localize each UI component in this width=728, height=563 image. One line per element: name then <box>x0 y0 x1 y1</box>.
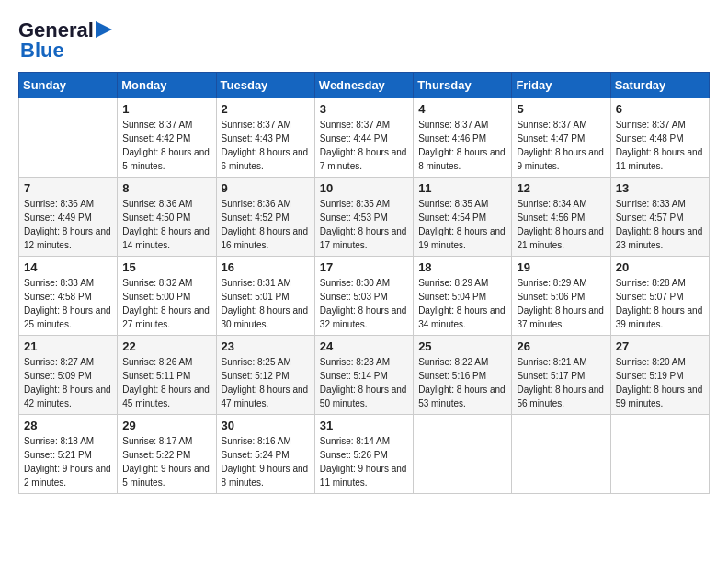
day-cell: 1Sunrise: 8:37 AMSunset: 4:42 PMDaylight… <box>118 98 216 178</box>
day-number: 23 <box>222 339 310 353</box>
day-info: Sunrise: 8:16 AMSunset: 5:24 PMDaylight:… <box>222 434 310 489</box>
day-info: Sunrise: 8:36 AMSunset: 4:50 PMDaylight:… <box>122 197 210 252</box>
logo-blue: Blue <box>20 39 64 63</box>
day-info: Sunrise: 8:23 AMSunset: 5:14 PMDaylight:… <box>320 355 408 410</box>
day-info: Sunrise: 8:30 AMSunset: 5:03 PMDaylight:… <box>320 276 408 331</box>
day-info: Sunrise: 8:37 AMSunset: 4:47 PMDaylight:… <box>517 118 605 173</box>
day-cell: 11Sunrise: 8:35 AMSunset: 4:54 PMDayligh… <box>414 178 512 257</box>
day-cell: 19Sunrise: 8:29 AMSunset: 5:06 PMDayligh… <box>512 257 610 336</box>
week-row-5: 28Sunrise: 8:18 AMSunset: 5:21 PMDayligh… <box>19 415 710 494</box>
day-info: Sunrise: 8:29 AMSunset: 5:06 PMDaylight:… <box>517 276 605 331</box>
day-number: 30 <box>222 419 310 432</box>
day-number: 5 <box>517 102 605 116</box>
day-cell: 26Sunrise: 8:21 AMSunset: 5:17 PMDayligh… <box>512 336 610 415</box>
day-cell <box>414 415 512 494</box>
weekday-friday: Friday <box>512 73 610 98</box>
day-cell: 29Sunrise: 8:17 AMSunset: 5:22 PMDayligh… <box>118 415 216 494</box>
day-cell: 25Sunrise: 8:22 AMSunset: 5:16 PMDayligh… <box>414 336 512 415</box>
weekday-wednesday: Wednesday <box>314 73 413 98</box>
day-cell: 28Sunrise: 8:18 AMSunset: 5:21 PMDayligh… <box>19 415 118 494</box>
day-cell: 14Sunrise: 8:33 AMSunset: 4:58 PMDayligh… <box>19 257 118 336</box>
day-number: 2 <box>222 102 310 116</box>
week-row-4: 21Sunrise: 8:27 AMSunset: 5:09 PMDayligh… <box>19 336 710 415</box>
week-row-3: 14Sunrise: 8:33 AMSunset: 4:58 PMDayligh… <box>19 257 710 336</box>
day-info: Sunrise: 8:35 AMSunset: 4:54 PMDaylight:… <box>418 197 506 252</box>
day-number: 1 <box>122 102 210 116</box>
day-number: 4 <box>418 102 506 116</box>
day-info: Sunrise: 8:31 AMSunset: 5:01 PMDaylight:… <box>222 276 310 331</box>
day-info: Sunrise: 8:14 AMSunset: 5:26 PMDaylight:… <box>320 434 408 489</box>
logo-arrow-icon <box>96 19 116 40</box>
day-cell: 5Sunrise: 8:37 AMSunset: 4:47 PMDaylight… <box>512 98 610 178</box>
day-cell: 3Sunrise: 8:37 AMSunset: 4:44 PMDaylight… <box>314 98 413 178</box>
weekday-header-row: SundayMondayTuesdayWednesdayThursdayFrid… <box>19 73 710 98</box>
day-cell: 17Sunrise: 8:30 AMSunset: 5:03 PMDayligh… <box>314 257 413 336</box>
day-cell: 21Sunrise: 8:27 AMSunset: 5:09 PMDayligh… <box>19 336 118 415</box>
day-info: Sunrise: 8:35 AMSunset: 4:53 PMDaylight:… <box>320 197 408 252</box>
day-cell: 18Sunrise: 8:29 AMSunset: 5:04 PMDayligh… <box>414 257 512 336</box>
day-info: Sunrise: 8:33 AMSunset: 4:58 PMDaylight:… <box>24 276 112 331</box>
day-info: Sunrise: 8:36 AMSunset: 4:52 PMDaylight:… <box>222 197 310 252</box>
logo: General Blue <box>18 18 116 63</box>
day-number: 17 <box>320 260 408 274</box>
day-info: Sunrise: 8:18 AMSunset: 5:21 PMDaylight:… <box>24 434 112 489</box>
day-info: Sunrise: 8:26 AMSunset: 5:11 PMDaylight:… <box>122 355 210 410</box>
day-number: 3 <box>320 102 408 116</box>
day-info: Sunrise: 8:21 AMSunset: 5:17 PMDaylight:… <box>517 355 605 410</box>
day-info: Sunrise: 8:36 AMSunset: 4:49 PMDaylight:… <box>24 197 112 252</box>
day-info: Sunrise: 8:37 AMSunset: 4:44 PMDaylight:… <box>320 118 408 173</box>
weekday-tuesday: Tuesday <box>216 73 314 98</box>
day-number: 21 <box>24 339 112 353</box>
day-number: 15 <box>122 260 210 274</box>
day-number: 9 <box>222 181 310 195</box>
day-number: 11 <box>418 181 506 195</box>
week-row-2: 7Sunrise: 8:36 AMSunset: 4:49 PMDaylight… <box>19 178 710 257</box>
day-number: 12 <box>517 181 605 195</box>
day-info: Sunrise: 8:17 AMSunset: 5:22 PMDaylight:… <box>122 434 210 489</box>
day-cell: 27Sunrise: 8:20 AMSunset: 5:19 PMDayligh… <box>610 336 709 415</box>
day-info: Sunrise: 8:33 AMSunset: 4:57 PMDaylight:… <box>616 197 704 252</box>
day-info: Sunrise: 8:37 AMSunset: 4:42 PMDaylight:… <box>122 118 210 173</box>
day-cell: 20Sunrise: 8:28 AMSunset: 5:07 PMDayligh… <box>610 257 709 336</box>
day-cell: 7Sunrise: 8:36 AMSunset: 4:49 PMDaylight… <box>19 178 118 257</box>
day-info: Sunrise: 8:37 AMSunset: 4:46 PMDaylight:… <box>418 118 506 173</box>
day-number: 13 <box>616 181 704 195</box>
day-number: 27 <box>616 339 704 353</box>
week-row-1: 1Sunrise: 8:37 AMSunset: 4:42 PMDaylight… <box>19 98 710 178</box>
day-cell: 2Sunrise: 8:37 AMSunset: 4:43 PMDaylight… <box>216 98 314 178</box>
day-info: Sunrise: 8:20 AMSunset: 5:19 PMDaylight:… <box>616 355 704 410</box>
day-number: 22 <box>122 339 210 353</box>
weekday-monday: Monday <box>118 73 216 98</box>
day-cell: 16Sunrise: 8:31 AMSunset: 5:01 PMDayligh… <box>216 257 314 336</box>
day-cell: 30Sunrise: 8:16 AMSunset: 5:24 PMDayligh… <box>216 415 314 494</box>
day-cell: 31Sunrise: 8:14 AMSunset: 5:26 PMDayligh… <box>314 415 413 494</box>
day-cell: 9Sunrise: 8:36 AMSunset: 4:52 PMDaylight… <box>216 178 314 257</box>
day-info: Sunrise: 8:37 AMSunset: 4:43 PMDaylight:… <box>222 118 310 173</box>
day-info: Sunrise: 8:27 AMSunset: 5:09 PMDaylight:… <box>24 355 112 410</box>
day-cell: 13Sunrise: 8:33 AMSunset: 4:57 PMDayligh… <box>610 178 709 257</box>
day-info: Sunrise: 8:37 AMSunset: 4:48 PMDaylight:… <box>616 118 704 173</box>
day-cell: 12Sunrise: 8:34 AMSunset: 4:56 PMDayligh… <box>512 178 610 257</box>
day-number: 14 <box>24 260 112 274</box>
svg-marker-0 <box>96 21 112 38</box>
day-cell: 8Sunrise: 8:36 AMSunset: 4:50 PMDaylight… <box>118 178 216 257</box>
day-info: Sunrise: 8:34 AMSunset: 4:56 PMDaylight:… <box>517 197 605 252</box>
day-number: 28 <box>24 419 112 432</box>
day-cell: 24Sunrise: 8:23 AMSunset: 5:14 PMDayligh… <box>314 336 413 415</box>
day-number: 24 <box>320 339 408 353</box>
day-number: 18 <box>418 260 506 274</box>
day-cell <box>512 415 610 494</box>
weekday-thursday: Thursday <box>414 73 512 98</box>
day-cell: 22Sunrise: 8:26 AMSunset: 5:11 PMDayligh… <box>118 336 216 415</box>
calendar-table: SundayMondayTuesdayWednesdayThursdayFrid… <box>18 72 710 494</box>
day-cell <box>610 415 709 494</box>
weekday-saturday: Saturday <box>610 73 709 98</box>
day-cell: 23Sunrise: 8:25 AMSunset: 5:12 PMDayligh… <box>216 336 314 415</box>
page-header: General Blue <box>18 18 710 63</box>
day-info: Sunrise: 8:25 AMSunset: 5:12 PMDaylight:… <box>222 355 310 410</box>
day-number: 8 <box>122 181 210 195</box>
day-number: 29 <box>122 419 210 432</box>
day-number: 20 <box>616 260 704 274</box>
day-number: 19 <box>517 260 605 274</box>
day-number: 6 <box>616 102 704 116</box>
